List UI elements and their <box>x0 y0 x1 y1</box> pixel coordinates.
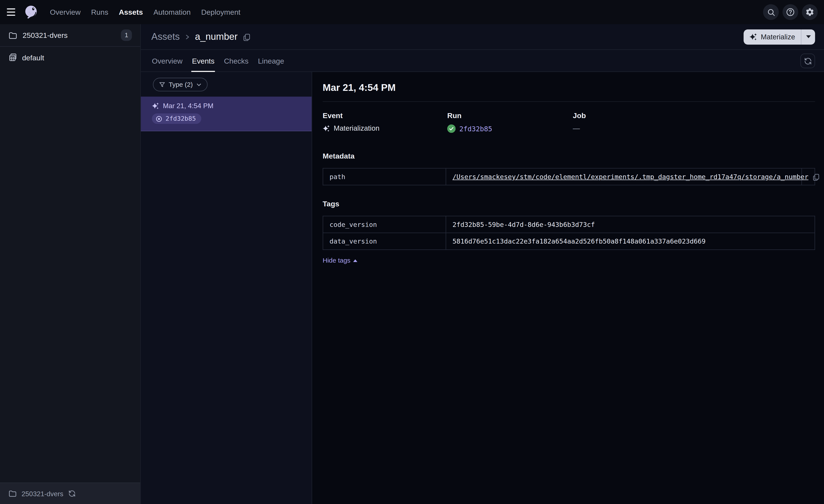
tags-section: Tags code_version 2fd32b85-59be-4d7d-8d6… <box>323 200 815 265</box>
table-row: code_version 2fd32b85-59be-4d7d-8d6e-943… <box>323 216 815 233</box>
nav-item-automation[interactable]: Automation <box>152 6 192 18</box>
run-id-link[interactable]: 2fd32b85 <box>459 125 492 132</box>
tab-checks[interactable]: Checks <box>223 50 249 72</box>
job-value: — <box>573 124 580 132</box>
chevron-down-icon <box>196 82 202 87</box>
hide-tags-button[interactable]: Hide tags <box>323 257 357 264</box>
code-location-label: 250321-dvers <box>22 490 64 497</box>
metadata-path-link[interactable]: /Users/smackesey/stm/code/elementl/exper… <box>452 173 808 180</box>
event-timestamp: Mar 21, 4:54 PM <box>163 102 213 110</box>
nav-item-overview[interactable]: Overview <box>48 6 82 18</box>
nav-item-assets[interactable]: Assets <box>117 6 144 18</box>
chevron-right-icon <box>185 34 190 40</box>
folder-icon <box>8 31 17 39</box>
primary-nav: Overview Runs Assets Automation Deployme… <box>48 6 242 18</box>
search-icon[interactable] <box>763 4 779 20</box>
run-status-icon <box>156 115 163 122</box>
tab-events[interactable]: Events <box>191 50 215 72</box>
caret-up-icon <box>353 259 357 262</box>
gear-icon[interactable] <box>802 4 818 20</box>
table-row: data_version 5816d76e51c13dac22e3fa182a6… <box>323 233 815 250</box>
help-icon[interactable] <box>783 4 798 20</box>
menu-icon[interactable] <box>7 7 17 17</box>
event-list-panel: Type (2) <box>141 72 312 504</box>
table-row: path /Users/smackesey/stm/code/elementl/… <box>323 168 815 185</box>
materialize-dropdown-button[interactable] <box>802 29 815 44</box>
tag-key: code_version <box>323 216 446 233</box>
metadata-section: Metadata path /Users/smackesey/stm/code/… <box>323 152 815 185</box>
copy-path-icon[interactable] <box>813 173 820 180</box>
run-id-pill[interactable]: 2fd32b85 <box>152 113 201 124</box>
copy-asset-name-icon[interactable] <box>243 33 251 41</box>
event-type-value: Materialization <box>334 124 379 132</box>
asset-count-badge: 1 <box>121 29 132 41</box>
tag-value: 5816d76e51c13dac22e3fa182a654aa2d526fb50… <box>446 233 815 250</box>
tags-table: code_version 2fd32b85-59be-4d7d-8d6e-943… <box>323 216 815 250</box>
sidebar-group-label: 250321-dvers <box>22 31 68 39</box>
materialization-sparkle-icon <box>152 102 159 109</box>
event-column-header: Event <box>323 111 447 120</box>
sparkle-icon <box>749 33 757 41</box>
materialization-sparkle-icon <box>323 125 330 132</box>
metadata-heading: Metadata <box>323 152 815 160</box>
refresh-icon[interactable] <box>800 54 815 69</box>
tab-lineage[interactable]: Lineage <box>258 50 285 72</box>
type-filter-label: Type (2) <box>169 81 193 88</box>
folder-icon <box>8 489 17 498</box>
materialize-button[interactable]: Materialize <box>743 29 815 44</box>
asset-catalog-sidebar: 250321-dvers 1 default 250321-dvers <box>0 24 141 504</box>
event-detail-title: Mar 21, 4:54 PM <box>323 82 815 94</box>
sidebar-item-group[interactable]: 250321-dvers 1 <box>0 24 140 47</box>
asset-group-icon <box>8 53 17 62</box>
hide-tags-label: Hide tags <box>323 257 350 264</box>
breadcrumb: Assets a_number <box>141 24 824 50</box>
app-window: Overview Runs Assets Automation Deployme… <box>0 0 824 504</box>
success-icon <box>447 124 456 133</box>
job-column-header: Job <box>573 111 815 120</box>
event-list-item[interactable]: Mar 21, 4:54 PM 2fd32b85 <box>141 97 312 131</box>
tag-value: 2fd32b85-59be-4d7d-8d6e-943b6b3d73cf <box>446 216 815 233</box>
divider <box>323 101 815 102</box>
reload-location-icon[interactable] <box>68 490 75 497</box>
run-column-header: Run <box>447 111 573 120</box>
nav-actions <box>763 4 818 20</box>
nav-item-runs[interactable]: Runs <box>90 6 110 18</box>
asset-tabs: Overview Events Checks Lineage <box>141 50 824 72</box>
tab-overview[interactable]: Overview <box>151 50 183 72</box>
materialize-main[interactable]: Materialize <box>743 29 801 44</box>
tag-key: data_version <box>323 233 446 250</box>
sidebar-item-default[interactable]: default <box>0 47 140 69</box>
type-filter-button[interactable]: Type (2) <box>153 78 207 91</box>
event-detail: Mar 21, 4:54 PM Event <box>312 72 824 504</box>
metadata-table: path /Users/smackesey/stm/code/elementl/… <box>323 168 815 185</box>
filter-icon <box>159 81 166 88</box>
nav-item-deployment[interactable]: Deployment <box>200 6 242 18</box>
code-location-footer[interactable]: 250321-dvers <box>0 483 140 504</box>
materialize-label: Materialize <box>761 33 795 41</box>
breadcrumb-assets-link[interactable]: Assets <box>151 31 180 42</box>
dagster-logo[interactable] <box>23 4 39 20</box>
page-title: a_number <box>195 31 238 42</box>
tags-heading: Tags <box>323 200 815 208</box>
top-nav: Overview Runs Assets Automation Deployme… <box>0 0 824 24</box>
run-pill-id: 2fd32b85 <box>166 115 196 122</box>
metadata-key: path <box>323 168 446 185</box>
sidebar-default-label: default <box>22 53 44 61</box>
